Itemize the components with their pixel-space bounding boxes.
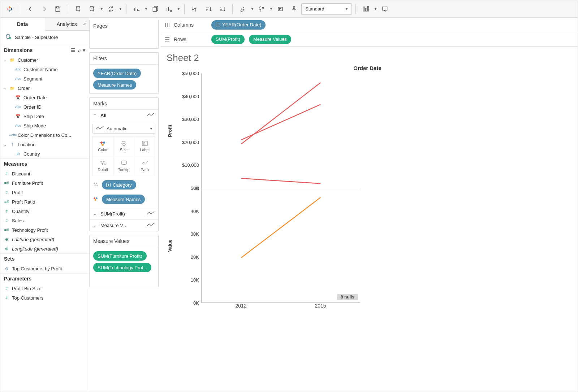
- date-type-icon: 📅: [15, 95, 21, 100]
- field-discount[interactable]: #Discount: [0, 169, 89, 178]
- nulls-indicator[interactable]: 8 nulls: [337, 294, 358, 300]
- field-ship-date[interactable]: 📅Ship Date: [0, 112, 89, 121]
- search-fields-icon[interactable]: ⌕: [78, 47, 81, 53]
- field-color-combo[interactable]: =AbcColor Dimensions to Co...: [0, 130, 89, 140]
- marks-row-measure-values[interactable]: ⌄Measure V…: [90, 219, 158, 231]
- pages-shelf[interactable]: Pages: [90, 20, 158, 32]
- svg-rect-13: [363, 7, 365, 11]
- field-technology-profit[interactable]: =#Technology Profit: [0, 225, 89, 235]
- forward-icon[interactable]: [38, 3, 51, 16]
- field-longitude[interactable]: ⊕Longitude (generated): [0, 244, 89, 253]
- view-as-list-icon[interactable]: ☰: [71, 47, 76, 53]
- field-sales[interactable]: #Sales: [0, 216, 89, 225]
- field-profit[interactable]: #Profit: [0, 188, 89, 197]
- mv-pill-furniture[interactable]: SUM(Furniture Profit): [93, 251, 147, 261]
- field-order-id[interactable]: AbcOrder ID: [0, 102, 89, 112]
- svg-point-32: [97, 185, 98, 186]
- svg-point-34: [96, 197, 98, 199]
- svg-rect-16: [382, 7, 387, 10]
- field-order-date[interactable]: 📅Order Date: [0, 93, 89, 102]
- columns-shelf[interactable]: Columns YEAR(Order Date): [161, 18, 578, 32]
- rows-shelf[interactable]: Rows SUM(Profit) Measure Values: [161, 32, 578, 47]
- number-type-icon: #: [3, 209, 10, 213]
- clear-sheet-icon[interactable]: [163, 3, 176, 16]
- measures-header: Measures: [0, 158, 89, 169]
- mark-type-selector[interactable]: Automatic▾: [92, 124, 155, 134]
- calc-number-type-icon: =#: [3, 200, 10, 204]
- labels-icon[interactable]: [274, 3, 287, 16]
- new-datasource-icon[interactable]: [72, 3, 85, 16]
- pause-data-icon[interactable]: [86, 3, 99, 16]
- tab-data[interactable]: Data: [0, 18, 45, 30]
- presentation-icon[interactable]: [378, 3, 391, 16]
- mv-pill-technology[interactable]: SUM(Technology Prof...: [93, 263, 151, 272]
- swap-icon[interactable]: [188, 3, 201, 16]
- svg-point-20: [103, 141, 105, 144]
- datasource-menu-caret[interactable]: ▾: [99, 7, 104, 11]
- marks-size-button[interactable]: Size: [113, 136, 134, 156]
- fit-selector[interactable]: Standard: [301, 3, 352, 15]
- field-furniture-profit[interactable]: =#Furniture Profit: [0, 178, 89, 188]
- marks-row-sum-profit[interactable]: ⌄SUM(Profit): [90, 208, 158, 219]
- calc-text-type-icon: =Abc: [9, 133, 16, 137]
- folder-order[interactable]: ⌄📁Order: [0, 83, 89, 93]
- marks-shelf-header: Marks: [90, 98, 158, 110]
- filter-pill-measure-names[interactable]: Measure Names: [93, 80, 136, 90]
- clear-sheet-caret[interactable]: ▾: [176, 7, 181, 11]
- tableau-logo-icon[interactable]: [3, 3, 16, 16]
- sort-asc-icon[interactable]: [202, 3, 215, 16]
- field-customer-name[interactable]: AbcCustomer Name: [0, 65, 89, 74]
- datasource-row[interactable]: Sample - Superstore: [0, 31, 89, 45]
- filter-pill-year[interactable]: YEAR(Order Date): [93, 69, 141, 78]
- marks-tooltip-button[interactable]: Tooltip: [113, 156, 134, 176]
- marks-path-button[interactable]: Path: [134, 156, 155, 176]
- param-profit-bin[interactable]: #Profit Bin Size: [0, 284, 89, 293]
- highlight-icon[interactable]: [236, 3, 249, 16]
- field-segment[interactable]: AbcSegment: [0, 74, 89, 83]
- shelves-column: Pages Filters YEAR(Order Date) Measure N…: [89, 18, 161, 392]
- back-icon[interactable]: [24, 3, 37, 16]
- new-worksheet-caret[interactable]: ▾: [144, 7, 148, 11]
- field-ship-mode[interactable]: AbcShip Mode: [0, 121, 89, 130]
- marks-color-button[interactable]: Color: [92, 136, 113, 156]
- field-latitude[interactable]: ⊕Latitude (generated): [0, 235, 89, 244]
- svg-point-21: [102, 144, 104, 146]
- refresh-menu-caret[interactable]: ▾: [118, 7, 122, 11]
- field-profit-ratio[interactable]: =#Profit Ratio: [0, 197, 89, 206]
- svg-rect-3: [9, 10, 11, 11]
- field-country[interactable]: ⊕Country: [0, 149, 89, 158]
- new-worksheet-icon[interactable]: [130, 3, 143, 16]
- svg-point-33: [94, 197, 95, 199]
- param-top-customers[interactable]: #Top Customers: [0, 293, 89, 302]
- pin-icon[interactable]: [288, 3, 301, 16]
- sort-desc-icon[interactable]: [216, 3, 229, 16]
- sheet-title[interactable]: Sheet 2: [167, 52, 569, 64]
- expand-icon: [216, 23, 220, 27]
- duplicate-sheet-icon[interactable]: [149, 3, 162, 16]
- date-type-icon: 📅: [15, 114, 21, 119]
- marks-detail-button[interactable]: Detail: [92, 156, 113, 176]
- show-me-icon[interactable]: [359, 3, 372, 16]
- marks-pill-measure-names[interactable]: Measure Names: [102, 195, 145, 204]
- highlight-caret[interactable]: ▾: [250, 7, 254, 11]
- group-caret[interactable]: ▾: [269, 7, 273, 11]
- marks-all-row[interactable]: ⌃All: [90, 110, 158, 121]
- columns-pill-year[interactable]: YEAR(Order Date): [211, 20, 266, 30]
- group-icon[interactable]: [255, 3, 268, 16]
- canvas: Columns YEAR(Order Date) Rows SUM(Profit…: [161, 18, 578, 392]
- marks-label-button[interactable]: Label: [134, 136, 155, 156]
- show-me-caret[interactable]: ▾: [373, 7, 378, 11]
- save-icon[interactable]: [51, 3, 64, 16]
- calc-number-type-icon: =#: [3, 181, 10, 185]
- field-quantity[interactable]: #Quantity: [0, 206, 89, 216]
- fields-menu-caret[interactable]: ▾: [83, 47, 85, 53]
- tab-analytics[interactable]: Analytics⇵: [45, 18, 89, 30]
- folder-customer[interactable]: ⌄📁Customer: [0, 55, 89, 65]
- rows-pill-measure-values[interactable]: Measure Values: [249, 35, 291, 44]
- field-top-customers-set[interactable]: ⊘Top Customers by Profit: [0, 264, 89, 273]
- marks-pill-category[interactable]: Category: [102, 180, 136, 190]
- folder-location[interactable]: ⌄ᛘLocation: [0, 140, 89, 149]
- refresh-icon[interactable]: [104, 3, 117, 16]
- rows-pill-profit[interactable]: SUM(Profit): [211, 35, 245, 44]
- rows-icon: [164, 36, 170, 42]
